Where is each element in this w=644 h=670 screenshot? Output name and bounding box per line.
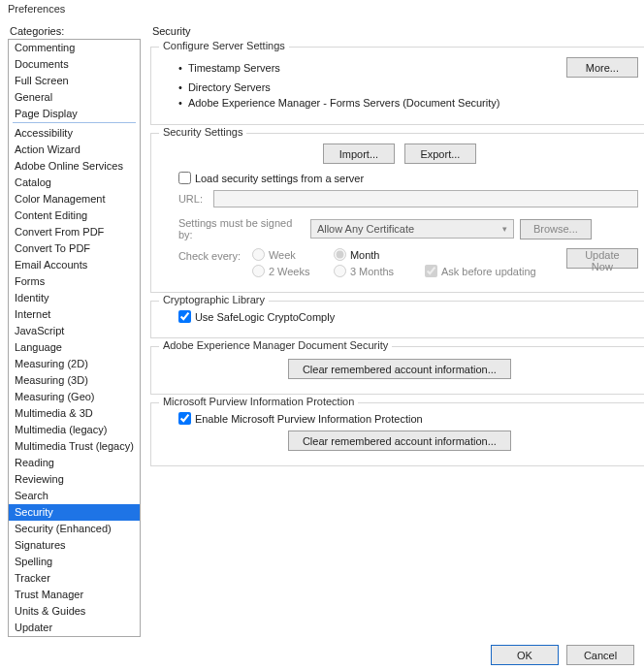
categories-list[interactable]: CommentingDocumentsFull ScreenGeneralPag… [8, 39, 141, 637]
ask-before-updating-checkbox[interactable]: Ask before updating [425, 265, 561, 277]
sidebar-item-documents[interactable]: Documents [9, 56, 140, 73]
group-security-settings: Security Settings Import... Export... Lo… [150, 133, 644, 293]
sidebar-item-trust-manager[interactable]: Trust Manager [9, 587, 140, 603]
server-item: • Directory Servers [178, 81, 638, 93]
enable-purview-checkbox[interactable]: Enable Microsoft Purview Information Pro… [178, 412, 638, 425]
main-panel: Security Configure Server Settings • Tim… [148, 21, 644, 637]
radio-label: Week [269, 249, 296, 261]
radio-input[interactable] [252, 248, 265, 261]
sidebar-item-security-enhanced-[interactable]: Security (Enhanced) [9, 521, 140, 537]
sidebar-item-full-screen[interactable]: Full Screen [9, 73, 140, 89]
chevron-down-icon: ▾ [502, 224, 507, 234]
sidebar-item-email-accounts[interactable]: Email Accounts [9, 257, 140, 273]
group-crypto: Cryptographic Library Use SafeLogic Cryp… [150, 301, 644, 338]
sidebar-item-measuring-geo-[interactable]: Measuring (Geo) [9, 389, 140, 405]
checkbox-input[interactable] [178, 310, 191, 323]
cancel-button[interactable]: Cancel [566, 645, 634, 665]
bullet-icon: • [178, 81, 188, 93]
export-button[interactable]: Export... [404, 144, 476, 164]
checkbox-label: Load security settings from a server [195, 173, 364, 184]
group-legend: Cryptographic Library [159, 294, 269, 305]
radio-week[interactable]: Week [252, 248, 330, 261]
sidebar-item-page-display[interactable]: Page Display [9, 106, 140, 122]
sidebar-separator [13, 122, 136, 123]
more-button[interactable]: More... [566, 57, 638, 78]
sidebar-item-general[interactable]: General [9, 89, 140, 106]
sidebar-item-javascript[interactable]: JavaScript [9, 323, 140, 339]
sidebar-item-forms[interactable]: Forms [9, 273, 140, 290]
group-legend: Adobe Experience Manager Document Securi… [159, 339, 392, 351]
import-button[interactable]: Import... [323, 144, 395, 164]
checkbox-label: Enable Microsoft Purview Information Pro… [195, 413, 423, 425]
radio-input[interactable] [334, 248, 346, 261]
server-item-label: Timestamp Servers [188, 62, 280, 74]
bullet-icon: • [178, 97, 188, 109]
sidebar-item-units-guides[interactable]: Units & Guides [9, 603, 140, 620]
bullet-icon: • [178, 62, 188, 74]
dialog-footer: OK Cancel [0, 637, 644, 670]
sidebar-item-signatures[interactable]: Signatures [9, 537, 140, 554]
server-item-label: Directory Servers [188, 81, 271, 93]
checkbox-input[interactable] [425, 265, 437, 277]
sidebar-item-multimedia-legacy-[interactable]: Multimedia (legacy) [9, 422, 140, 438]
window-title: Preferences [0, 0, 644, 17]
radio-two-weeks[interactable]: 2 Weeks [252, 265, 330, 277]
signed-by-label: Settings must be signed by: [178, 217, 305, 240]
load-from-server-checkbox[interactable]: Load security settings from a server [178, 172, 638, 184]
panel-title: Security [152, 25, 644, 37]
browse-button[interactable]: Browse... [520, 219, 592, 239]
select-value: Allow Any Certificate [317, 223, 414, 235]
group-server-settings: Configure Server Settings • Timestamp Se… [150, 47, 644, 125]
clear-account-button[interactable]: Clear remembered account information... [288, 431, 511, 451]
group-aem: Adobe Experience Manager Document Securi… [150, 346, 644, 395]
sidebar-item-measuring-2d-[interactable]: Measuring (2D) [9, 356, 140, 372]
radio-month[interactable]: Month [334, 248, 421, 261]
server-item: • Timestamp Servers More... [178, 57, 638, 78]
sidebar-item-measuring-3d-[interactable]: Measuring (3D) [9, 372, 140, 389]
sidebar-item-identity[interactable]: Identity [9, 290, 140, 306]
url-label: URL: [178, 193, 208, 205]
sidebar-item-reading[interactable]: Reading [9, 455, 140, 471]
radio-input[interactable] [252, 265, 265, 277]
signed-by-select[interactable]: Allow Any Certificate ▾ [310, 219, 514, 239]
sidebar-item-adobe-online-services[interactable]: Adobe Online Services [9, 158, 140, 175]
sidebar-item-spelling[interactable]: Spelling [9, 554, 140, 570]
check-every-label: Check every: [178, 248, 246, 262]
sidebar-item-commenting[interactable]: Commenting [9, 40, 140, 56]
preferences-window: Preferences Categories: CommentingDocume… [0, 0, 644, 670]
sidebar-item-multimedia-trust-legacy-[interactable]: Multimedia Trust (legacy) [9, 438, 140, 455]
sidebar-item-color-management[interactable]: Color Management [9, 191, 140, 207]
update-now-button[interactable]: Update Now [566, 248, 638, 269]
sidebar-item-tracker[interactable]: Tracker [9, 570, 140, 587]
sidebar-item-search[interactable]: Search [9, 488, 140, 504]
radio-three-months[interactable]: 3 Months [334, 265, 421, 277]
sidebar-item-accessibility[interactable]: Accessibility [9, 125, 140, 142]
sidebar-item-multimedia-3d[interactable]: Multimedia & 3D [9, 405, 140, 422]
categories-label: Categories: [10, 25, 141, 37]
group-purview: Microsoft Purview Information Protection… [150, 402, 644, 466]
radio-label: 3 Months [350, 266, 394, 277]
checkbox-input[interactable] [178, 172, 191, 184]
sidebar: Categories: CommentingDocumentsFull Scre… [8, 21, 141, 637]
use-safelogic-checkbox[interactable]: Use SafeLogic CryptoComply [178, 310, 638, 323]
radio-input[interactable] [334, 265, 346, 277]
sidebar-item-updater[interactable]: Updater [9, 620, 140, 636]
sidebar-item-internet[interactable]: Internet [9, 306, 140, 323]
server-item: • Adobe Experience Manager - Forms Serve… [178, 97, 638, 109]
clear-account-button[interactable]: Clear remembered account information... [288, 359, 511, 379]
checkbox-label: Use SafeLogic CryptoComply [195, 311, 335, 323]
ok-button[interactable]: OK [491, 645, 559, 665]
sidebar-item-reviewing[interactable]: Reviewing [9, 471, 140, 488]
sidebar-item-catalog[interactable]: Catalog [9, 175, 140, 191]
sidebar-item-language[interactable]: Language [9, 339, 140, 356]
url-input[interactable] [213, 190, 638, 207]
checkbox-label: Ask before updating [441, 266, 536, 277]
checkbox-input[interactable] [178, 412, 191, 425]
sidebar-item-convert-to-pdf[interactable]: Convert To PDF [9, 240, 140, 257]
sidebar-item-convert-from-pdf[interactable]: Convert From PDF [9, 224, 140, 240]
group-legend: Security Settings [159, 126, 247, 138]
server-item-label: Adobe Experience Manager - Forms Servers… [188, 97, 500, 109]
sidebar-item-action-wizard[interactable]: Action Wizard [9, 142, 140, 158]
sidebar-item-content-editing[interactable]: Content Editing [9, 207, 140, 224]
sidebar-item-security[interactable]: Security [9, 504, 140, 521]
